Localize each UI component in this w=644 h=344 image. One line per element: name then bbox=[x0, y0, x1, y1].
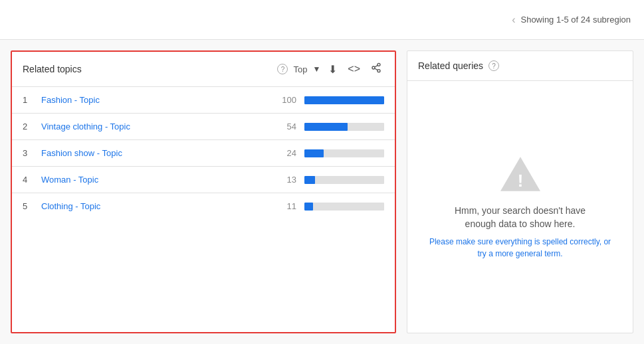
queries-header: Related queries ? bbox=[407, 51, 633, 81]
topic-bar-fill bbox=[304, 149, 324, 157]
svg-text:!: ! bbox=[517, 171, 523, 190]
svg-point-1 bbox=[372, 66, 375, 69]
nav-prev-arrow[interactable]: ‹ bbox=[512, 14, 515, 26]
svg-line-3 bbox=[375, 68, 378, 70]
top-bar: ‹ Showing 1-5 of 24 subregion bbox=[0, 0, 644, 40]
error-title: Hmm, your search doesn't haveenough data… bbox=[455, 205, 586, 230]
related-topics-panel: Related topics ? Top ▼ ⬇ <> 1 Fashion - … bbox=[11, 50, 396, 333]
queries-help-icon[interactable]: ? bbox=[488, 60, 499, 71]
embed-icon[interactable]: <> bbox=[345, 62, 363, 76]
topic-bar bbox=[304, 176, 384, 184]
topic-name[interactable]: Fashion show - Topic bbox=[41, 148, 267, 158]
topic-bar-fill bbox=[304, 123, 348, 131]
topic-name[interactable]: Woman - Topic bbox=[41, 175, 267, 185]
topic-row: 1 Fashion - Topic 100 bbox=[12, 87, 395, 114]
topic-name[interactable]: Clothing - Topic bbox=[41, 201, 267, 211]
queries-title: Related queries bbox=[418, 60, 483, 71]
filter-label: Top bbox=[293, 64, 307, 74]
main-content: Related topics ? Top ▼ ⬇ <> 1 Fashion - … bbox=[0, 40, 644, 344]
topic-score: 100 bbox=[275, 95, 296, 105]
topic-bar-fill bbox=[304, 96, 384, 104]
topic-score: 13 bbox=[275, 175, 296, 185]
topic-rank: 3 bbox=[23, 148, 33, 158]
panel-header: Related topics ? Top ▼ ⬇ <> bbox=[12, 52, 395, 87]
topic-bar bbox=[304, 203, 384, 211]
topic-score: 24 bbox=[275, 148, 296, 158]
error-content: ! Hmm, your search doesn't haveenough da… bbox=[407, 81, 633, 333]
topic-score: 11 bbox=[275, 201, 296, 211]
topic-bar-fill bbox=[304, 176, 315, 184]
topic-score: 54 bbox=[275, 122, 296, 131]
warning-icon: ! bbox=[497, 154, 544, 194]
topic-row: 3 Fashion show - Topic 24 bbox=[12, 140, 395, 167]
topic-rank: 2 bbox=[23, 122, 33, 131]
svg-line-4 bbox=[375, 65, 378, 67]
topic-rank: 1 bbox=[23, 95, 33, 105]
topic-rank: 4 bbox=[23, 175, 33, 185]
topic-row: 2 Vintage clothing - Topic 54 bbox=[12, 114, 395, 140]
svg-point-0 bbox=[377, 63, 380, 66]
help-icon[interactable]: ? bbox=[277, 64, 288, 74]
dropdown-arrow-icon[interactable]: ▼ bbox=[312, 64, 320, 74]
topic-row: 4 Woman - Topic 13 bbox=[12, 167, 395, 193]
subregion-text: Showing 1-5 of 24 subregion bbox=[520, 15, 631, 25]
topic-bar bbox=[304, 96, 384, 104]
topic-name[interactable]: Fashion - Topic bbox=[41, 95, 267, 105]
subregion-nav: ‹ Showing 1-5 of 24 subregion bbox=[512, 14, 631, 26]
related-queries-panel: Related queries ? ! Hmm, your search doe… bbox=[407, 50, 633, 333]
topic-row: 5 Clothing - Topic 11 bbox=[12, 193, 395, 219]
download-icon[interactable]: ⬇ bbox=[326, 62, 340, 77]
topic-rank: 5 bbox=[23, 201, 33, 211]
svg-point-2 bbox=[377, 70, 380, 72]
share-icon[interactable] bbox=[368, 61, 384, 77]
topic-name[interactable]: Vintage clothing - Topic bbox=[41, 122, 267, 131]
topics-list: 1 Fashion - Topic 100 2 Vintage clothing… bbox=[12, 87, 395, 219]
panel-title: Related topics bbox=[23, 64, 272, 74]
topic-bar bbox=[304, 149, 384, 157]
topic-bar bbox=[304, 123, 384, 131]
error-subtitle: Please make sure everything is spelled c… bbox=[429, 236, 611, 260]
topic-bar-fill bbox=[304, 203, 313, 211]
